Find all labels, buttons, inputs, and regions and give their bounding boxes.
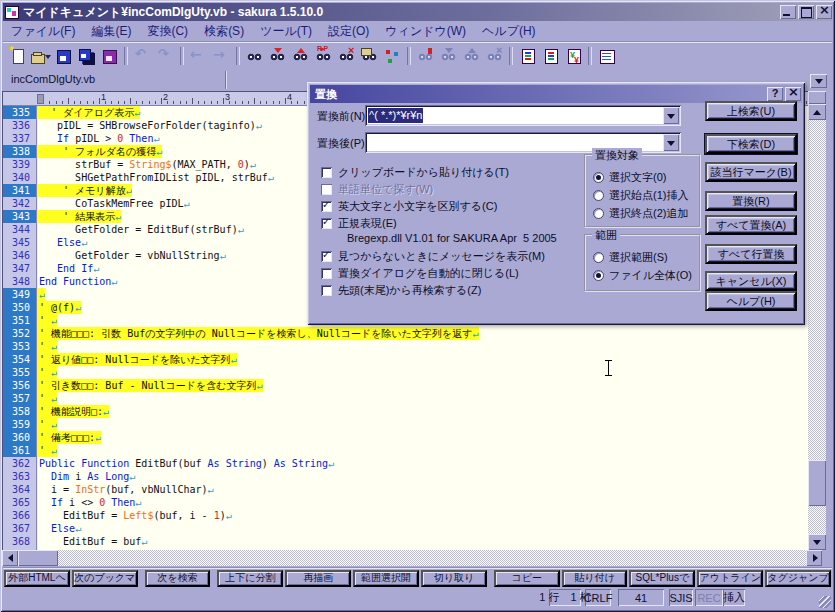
radio-icon[interactable] (593, 172, 604, 183)
code-line[interactable]: 362 Public Function EditBuf(buf As Strin… (3, 457, 808, 470)
code-line[interactable]: 364 i = InStr(buf, vbNullChar) (3, 483, 808, 496)
fkey-button[interactable]: 次のブックマ (72, 570, 138, 587)
split-box[interactable] (808, 91, 826, 104)
search-before-combobox[interactable]: ^( *.*)*¥r¥n (365, 105, 681, 126)
code-line[interactable]: 361 ' (3, 444, 808, 457)
type-settings-button[interactable] (516, 45, 539, 67)
menu-edit[interactable]: 編集(E) (83, 22, 139, 41)
open-dropdown-arrow-icon[interactable] (44, 48, 52, 64)
vscroll-track[interactable] (808, 104, 826, 550)
search-next-button[interactable] (266, 45, 289, 67)
menu-window[interactable]: ウィンドウ(W) (377, 22, 474, 41)
search-prev-button[interactable] (289, 45, 312, 67)
checkbox-icon[interactable] (321, 218, 332, 229)
code-line[interactable]: 357 ' (3, 392, 808, 405)
menu-tools[interactable]: ツール(T) (252, 22, 320, 41)
radio-insert-at-start[interactable]: 選択始点(1)挿入 (592, 186, 697, 204)
checkbox-autoclose-dialog[interactable]: 置換ダイアログを自動的に閉じる(L) (319, 265, 589, 282)
checkbox-regex[interactable]: 正規表現(E) (319, 215, 589, 232)
menu-convert[interactable]: 変換(C) (139, 22, 196, 41)
menu-help[interactable]: ヘルプ(H) (474, 22, 544, 41)
code-line[interactable]: 366 EditBuf = Left$(buf, i - 1) (3, 509, 808, 522)
tab-list-dropdown-button[interactable] (810, 74, 827, 88)
resize-grip[interactable] (819, 596, 831, 608)
close-button[interactable] (816, 5, 832, 19)
search-down-button[interactable]: 下検索(D) (705, 134, 797, 154)
code-line[interactable]: 359 ' (3, 418, 808, 431)
jump-forward-button[interactable] (210, 45, 233, 67)
redo-button[interactable] (154, 45, 177, 67)
help-button[interactable]: ヘルプ(H) (705, 291, 797, 311)
common-settings-button[interactable] (539, 45, 562, 67)
scroll-down-button[interactable] (808, 534, 826, 550)
menu-search[interactable]: 検索(S) (196, 22, 252, 41)
replace-all-lines-button[interactable]: すべて行置換 (705, 244, 797, 264)
scroll-up-button[interactable] (808, 104, 826, 120)
replace-button[interactable] (312, 45, 335, 67)
minimize-button[interactable] (780, 5, 796, 19)
undo-button[interactable] (131, 45, 154, 67)
radio-whole-file[interactable]: ファイル全体(O) (592, 266, 697, 284)
checkbox-icon[interactable] (321, 184, 332, 195)
new-file-button[interactable] (6, 45, 29, 67)
horizontal-scrollbar[interactable] (2, 550, 822, 566)
radio-icon[interactable] (593, 270, 604, 281)
open-file-button[interactable] (29, 45, 52, 67)
radio-append-at-end[interactable]: 選択終点(2)追加 (592, 204, 697, 222)
search-up-button[interactable]: 上検索(U) (705, 101, 797, 121)
checkbox-icon[interactable] (321, 268, 332, 279)
combo-dropdown-icon[interactable] (663, 107, 679, 124)
hscroll-thumb[interactable] (18, 550, 58, 566)
radio-icon[interactable] (593, 252, 604, 263)
fkey-button[interactable]: 次を検索 (145, 570, 211, 587)
mark-lines-button[interactable]: 該当行マーク(B) (705, 162, 797, 182)
code-line[interactable]: 355 ' (3, 366, 808, 379)
search-button[interactable] (243, 45, 266, 67)
save-all-button[interactable] (75, 45, 98, 67)
fkey-button[interactable]: 再描画 (285, 570, 351, 587)
code-line[interactable]: 367 Else (3, 522, 808, 535)
checkbox-case-sensitive[interactable]: 英大文字と小文字を区別する(C) (319, 198, 589, 215)
jump-back-button[interactable] (187, 45, 210, 67)
cancel-button[interactable]: キャンセル(X) (705, 271, 797, 291)
code-line[interactable]: 353 ' (3, 340, 808, 353)
fkey-button[interactable]: 上下に分割 (217, 570, 283, 587)
fkey-button[interactable]: 貼り付け (562, 570, 628, 587)
fkey-button[interactable]: SQL*Plusで (629, 570, 695, 587)
save-backup-button[interactable] (98, 45, 121, 67)
radio-selected-text[interactable]: 選択文字(0) (592, 168, 697, 186)
replace-one-button[interactable]: 置換(R) (705, 191, 797, 211)
fkey-button[interactable]: 切り取り (421, 570, 487, 587)
fkey-button[interactable]: タグジャンプ (765, 570, 831, 587)
checkbox-icon[interactable] (321, 251, 332, 262)
code-line[interactable]: 358 ' 機能説明□: (3, 405, 808, 418)
checkbox-icon[interactable] (321, 167, 332, 178)
code-line[interactable]: 360 ' 備考□□□: (3, 431, 808, 444)
scroll-right-button[interactable] (806, 550, 822, 566)
checkbox-word-unit[interactable]: 単語単位で探す(W) (319, 181, 589, 198)
replace-all-button[interactable]: すべて置換(A) (705, 215, 797, 235)
tab-incComDlgUty[interactable]: incComDlgUty.vb (11, 73, 95, 85)
bookmark-set-button[interactable] (414, 45, 437, 67)
code-line[interactable]: 352 ' 機能□□□: 引数 Bufの文字列中の Nullコードを検索し、Nu… (3, 327, 808, 340)
vertical-scrollbar[interactable] (808, 91, 826, 550)
fkey-button[interactable]: コピー (494, 570, 560, 587)
bookmark-clear-button[interactable] (483, 45, 506, 67)
radio-icon[interactable] (593, 190, 604, 201)
grep-button[interactable] (358, 45, 381, 67)
checkbox-icon[interactable] (321, 201, 332, 212)
vscroll-thumb[interactable] (808, 460, 826, 506)
clear-search-button[interactable] (335, 45, 358, 67)
keyword-settings-button[interactable] (562, 45, 585, 67)
radio-selection-scope[interactable]: 選択範囲(S) (592, 248, 697, 266)
radio-icon[interactable] (593, 208, 604, 219)
scroll-left-button[interactable] (2, 550, 18, 566)
menu-settings[interactable]: 設定(O) (320, 22, 377, 41)
tag-jump-button[interactable] (381, 45, 404, 67)
outline-button[interactable] (595, 45, 618, 67)
combo-dropdown-icon[interactable] (663, 134, 679, 151)
code-line[interactable]: 363 Dim i As Long (3, 470, 808, 483)
menu-file[interactable]: ファイル(F) (3, 22, 83, 41)
checkbox-notfound-message[interactable]: 見つからないときにメッセージを表示(M) (319, 248, 589, 265)
fkey-button[interactable]: アウトライン (697, 570, 763, 587)
